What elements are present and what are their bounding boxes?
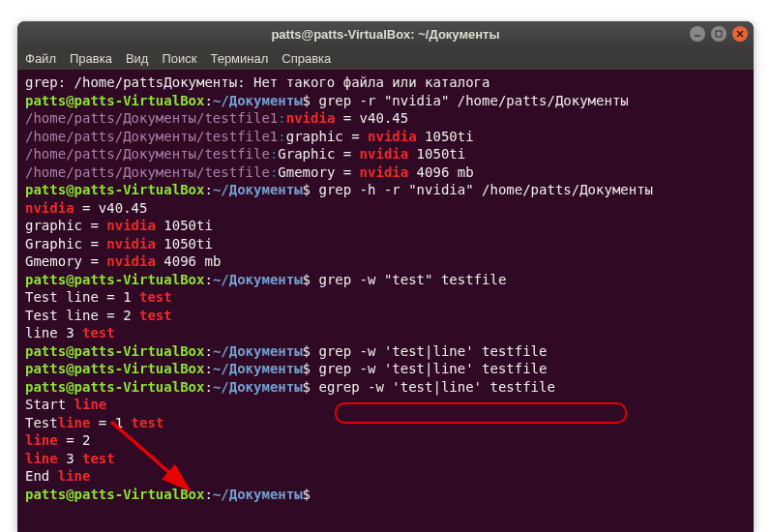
grep-file: /home/patts/Документы/testfile — [25, 164, 270, 180]
terminal-line: line 3 test — [25, 324, 746, 342]
grep-match: nvidia — [106, 218, 156, 233]
prompt-dollar: $ — [303, 487, 311, 502]
terminal-line: Gmemory = nvidia 4096 mb — [25, 252, 746, 271]
grep-match: nvidia — [360, 164, 409, 180]
prompt-dollar: $ — [303, 93, 311, 108]
prompt-cwd: ~/Документы — [213, 182, 303, 197]
prompt-user: patts@patts-VirtualBox — [25, 361, 204, 376]
grep-match: test — [82, 451, 115, 466]
grep-file: /home/patts/Документы/testfile — [25, 146, 270, 162]
grep-match: line — [74, 397, 107, 412]
grep-match: test — [139, 289, 172, 305]
prompt-dollar: $ — [303, 182, 311, 197]
minimize-button[interactable] — [690, 26, 705, 42]
prompt-user: patts@patts-VirtualBox — [25, 343, 204, 359]
prompt-user: patts@patts-VirtualBox — [25, 272, 204, 287]
terminal-content[interactable]: grep: /home/pattsДокументы: Нет такого ф… — [17, 70, 754, 507]
prompt-dollar: $ — [303, 379, 311, 395]
terminal-line: Testline = 1 test — [25, 414, 746, 432]
window-controls — [690, 26, 748, 42]
command-text: grep -w "test" testfile — [318, 272, 506, 287]
svg-rect-1 — [716, 31, 722, 37]
terminal-line: End line — [25, 467, 746, 486]
menu-search[interactable]: Поиск — [162, 51, 196, 66]
titlebar[interactable]: patts@patts-VirtualBox: ~/Документы — [17, 21, 754, 46]
prompt-cwd: ~/Документы — [213, 343, 303, 359]
grep-match: line — [58, 468, 91, 484]
grep-match: nvidia — [106, 236, 156, 251]
menu-file[interactable]: Файл — [25, 51, 56, 66]
grep-file: /home/patts/Документы/testfile1 — [25, 129, 278, 144]
menu-help[interactable]: Справка — [282, 51, 331, 66]
command-text: grep -r "nvidia" /home/patts/Документы — [318, 93, 628, 108]
prompt-user: patts@patts-VirtualBox — [25, 487, 204, 502]
grep-match: test — [82, 325, 115, 340]
terminal-line: patts@patts-VirtualBox:~/Документы$ grep… — [25, 360, 746, 378]
close-button[interactable] — [732, 26, 748, 42]
grep-match: nvidia — [106, 253, 156, 269]
prompt-cwd: ~/Документы — [213, 379, 303, 395]
prompt-cwd: ~/Документы — [213, 361, 303, 376]
grep-match: test — [132, 415, 164, 430]
command-text: egrep -w 'test|line' testfile — [318, 379, 554, 395]
prompt-user: patts@patts-VirtualBox — [25, 182, 204, 197]
window-title: patts@patts-VirtualBox: ~/Документы — [271, 27, 499, 42]
command-text: grep -w 'test|line' testfile — [318, 343, 547, 359]
terminal-line: patts@patts-VirtualBox:~/Документы$ grep… — [25, 92, 746, 110]
prompt-user: patts@patts-VirtualBox — [25, 93, 204, 108]
terminal-line: graphic = nvidia 1050ti — [25, 217, 746, 235]
grep-match: nvidia — [360, 146, 409, 162]
terminal-line: line = 2 — [25, 431, 746, 450]
terminal-line: nvidia = v40.45 — [25, 199, 746, 218]
menu-view[interactable]: Вид — [126, 51, 149, 66]
maximize-button[interactable] — [711, 26, 727, 42]
terminal-line: /home/patts/Документы/testfile:Gmemory =… — [25, 163, 746, 182]
prompt-dollar: $ — [303, 343, 311, 359]
terminal-line: Test line = 2 test — [25, 307, 746, 325]
grep-match: nvidia — [368, 129, 417, 144]
menu-terminal[interactable]: Терминал — [210, 51, 268, 66]
grep-file: /home/patts/Документы/testfile1 — [25, 110, 278, 126]
terminal-line: /home/patts/Документы/testfile1:graphic … — [25, 128, 746, 146]
grep-match: line — [58, 415, 91, 430]
command-text: grep -h -r "nvidia" /home/patts/Документ… — [318, 182, 653, 197]
prompt-dollar: $ — [303, 361, 311, 376]
menu-edit[interactable]: Правка — [70, 51, 112, 66]
menubar: Файл Правка Вид Поиск Терминал Справка — [17, 46, 754, 70]
terminal-line: /home/patts/Документы/testfile1:nvidia =… — [25, 109, 746, 128]
prompt-cwd: ~/Документы — [213, 487, 303, 502]
terminal-line: /home/patts/Документы/testfile:Graphic =… — [25, 145, 746, 163]
terminal-line: patts@patts-VirtualBox:~/Документы$ grep… — [25, 342, 746, 361]
command-text: grep -w 'test|line' testfile — [318, 361, 547, 376]
terminal-line: patts@patts-VirtualBox:~/Документы$ egre… — [25, 378, 746, 397]
prompt-dollar: $ — [303, 272, 311, 287]
terminal-line: patts@patts-VirtualBox:~/Документы$ grep… — [25, 181, 746, 199]
prompt-cwd: ~/Документы — [213, 93, 303, 108]
prompt-user: patts@patts-VirtualBox — [25, 379, 204, 395]
terminal-line: line 3 test — [25, 450, 746, 468]
terminal-line: patts@patts-VirtualBox:~/Документы$ — [25, 486, 746, 504]
terminal-window: patts@patts-VirtualBox: ~/Документы Файл… — [17, 21, 754, 532]
grep-match: line — [25, 451, 58, 466]
grep-match: nvidia — [25, 200, 74, 216]
grep-match: test — [139, 308, 172, 323]
prompt-cwd: ~/Документы — [213, 272, 303, 287]
terminal-line: Start line — [25, 396, 746, 414]
terminal-line: patts@patts-VirtualBox:~/Документы$ grep… — [25, 271, 746, 289]
terminal-line: Test line = 1 test — [25, 288, 746, 307]
terminal-line: grep: /home/pattsДокументы: Нет такого ф… — [25, 74, 746, 92]
grep-match: line — [25, 432, 58, 448]
terminal-line: Graphic = nvidia 1050ti — [25, 235, 746, 253]
grep-match: nvidia — [286, 110, 336, 126]
